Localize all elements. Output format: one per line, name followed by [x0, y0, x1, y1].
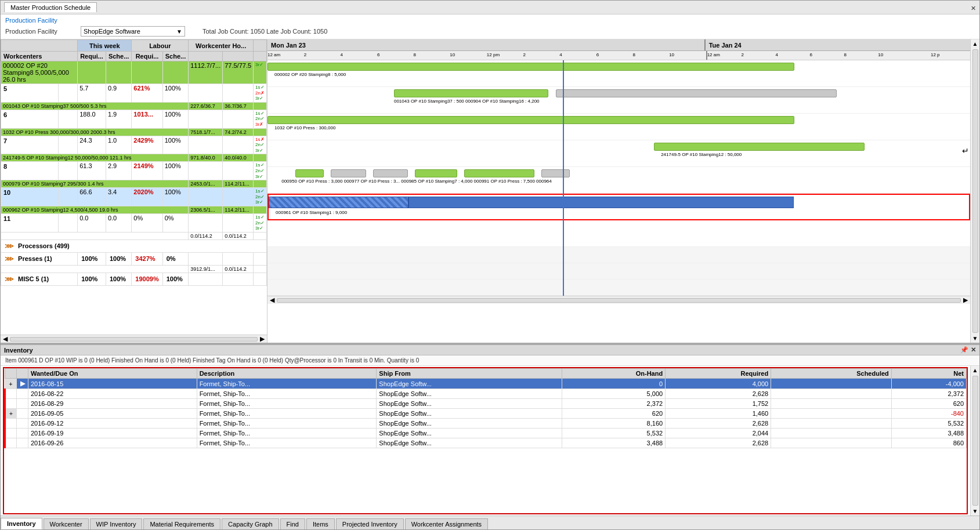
gantt-bar[interactable]: [464, 169, 534, 177]
gantt-bar[interactable]: [267, 63, 794, 71]
table-row[interactable]: 8 61.3 2.9 2149% 100% 1s✓ 2n✓: [1, 162, 267, 180]
gantt-bar[interactable]: [654, 143, 865, 151]
gantt-bar[interactable]: [394, 89, 548, 97]
inv-expand-cell[interactable]: [5, 419, 17, 429]
gantt-bar[interactable]: [541, 169, 569, 177]
inv-row[interactable]: 2016-08-22 Formet, Ship-To... ShopEdge S…: [5, 389, 967, 399]
wc-cell: [254, 154, 267, 162]
close-button[interactable]: ✕: [971, 3, 976, 12]
group-label-text: Processors (499): [18, 242, 70, 249]
tab-workcenter[interactable]: Workcenter: [44, 518, 89, 529]
inv-row[interactable]: 2016-09-26 Formet, Ship-To... ShopEdge S…: [5, 438, 967, 448]
wc-cell: [254, 232, 267, 239]
hscroll-track[interactable]: [277, 298, 961, 303]
inv-vscroll-track[interactable]: [972, 376, 978, 506]
inv-arrow-cell: [17, 399, 28, 409]
th-scheduled: Scheduled: [771, 369, 892, 379]
inv-row[interactable]: 2016-08-29 Formet, Ship-To... ShopEdge S…: [5, 399, 967, 409]
inv-expand-cell[interactable]: [5, 429, 17, 438]
scroll-right-icon[interactable]: ▶: [961, 296, 970, 304]
table-row[interactable]: 10 66.6 3.4 2020% 100% 1s✓ 2n✓: [1, 188, 267, 206]
wc-cell: [254, 265, 267, 273]
wc-cell: 971.8/40.0: [189, 154, 223, 162]
tab-material-requirements[interactable]: Material Requirements: [143, 518, 220, 529]
wc-sche: 0.0: [106, 213, 131, 232]
tab-inventory[interactable]: Inventory: [1, 518, 42, 529]
inv-expand-cell[interactable]: +: [5, 379, 17, 389]
inv-net: -4,000: [891, 379, 966, 389]
inv-net: 5,532: [891, 419, 966, 429]
inv-vscroll[interactable]: ▲ ▼: [970, 366, 979, 516]
hscroll-track[interactable]: [10, 337, 258, 342]
inv-expand-cell[interactable]: [5, 389, 17, 399]
th-expand: [5, 369, 17, 379]
scroll-left-icon[interactable]: ◀: [1, 335, 10, 343]
scroll-left-icon[interactable]: ◀: [267, 296, 277, 304]
table-row[interactable]: 7 24.3 1.0 2429% 100% 1s✗ 2n✓: [1, 136, 267, 154]
th-this-week: This week: [78, 40, 132, 52]
gantt-bar-striped[interactable]: [269, 197, 408, 208]
scroll-right-icon[interactable]: ▶: [258, 335, 267, 343]
gantt-bar[interactable]: [267, 116, 794, 124]
inv-on-hand: 8,160: [562, 419, 666, 429]
tab-workcenter-assignments[interactable]: Workcenter Assignments: [405, 518, 488, 529]
tab-projected-inventory[interactable]: Projected Inventory: [336, 518, 404, 529]
inv-expand-cell[interactable]: +: [5, 409, 17, 419]
th-required: Required: [666, 369, 771, 379]
th-wc-ho: Workcenter Ho...: [189, 40, 254, 52]
inv-net: 2,372: [891, 389, 966, 399]
hour-label: 2: [304, 52, 306, 57]
inv-arrow-cell: [17, 438, 28, 448]
hour-label: 12 am: [267, 52, 280, 57]
gantt-bar[interactable]: [556, 89, 837, 97]
gantt-bar[interactable]: [373, 169, 408, 177]
main-content: This week Labour Workcenter Ho... Workce…: [1, 39, 979, 529]
production-facility-link[interactable]: Production Facility: [5, 17, 57, 24]
gantt-hscroll[interactable]: ◀ ▶: [267, 296, 970, 304]
table-row[interactable]: 5 5.7 0.9 621% 100% 1s✓ 2n✗: [1, 84, 267, 103]
wc-cell: [254, 273, 267, 285]
gantt-bar[interactable]: [331, 169, 366, 177]
close-icon[interactable]: ✕: [971, 346, 976, 354]
scroll-down-icon[interactable]: ▼: [971, 334, 979, 343]
scroll-up-icon[interactable]: ▲: [971, 39, 979, 48]
tab-items[interactable]: Items: [306, 518, 335, 529]
tab-find[interactable]: Find: [280, 518, 305, 529]
inv-row[interactable]: + 2016-09-05 Formet, Ship-To... ShopEdge…: [5, 409, 967, 419]
tab-wip-inventory[interactable]: WIP Inventory: [90, 518, 143, 529]
wc-sche2: 0%: [162, 252, 188, 265]
inv-arrow-cell: [17, 389, 28, 399]
group-row-processors[interactable]: ⋙ Processors (499): [1, 239, 267, 252]
group-row-misc[interactable]: ⋙ MISC 5 (1) 100% 100% 19009% 100%: [1, 273, 267, 285]
inv-scroll-down-icon[interactable]: ▼: [971, 507, 979, 516]
group-row-presses[interactable]: ⋙ Presses (1) 100% 100% 3427% 0%: [1, 252, 267, 265]
wc-cell: 77.5/77.5: [223, 61, 254, 84]
inv-required: 2,628: [666, 419, 771, 429]
gantt-bar[interactable]: [295, 169, 323, 177]
inv-expand-cell[interactable]: [5, 399, 17, 409]
vscroll-track[interactable]: [972, 49, 978, 333]
inv-scroll-up-icon[interactable]: ▲: [971, 366, 979, 375]
inv-row-selected[interactable]: + ▶ 2016-08-15 Formet, Ship-To... ShopEd…: [5, 379, 967, 389]
inv-row[interactable]: 2016-09-19 Formet, Ship-To... ShopEdge S…: [5, 429, 967, 438]
wc-sche: 100%: [106, 252, 131, 265]
wc-cell: [78, 61, 106, 84]
hour-label: 12 pm: [487, 52, 500, 57]
inv-row[interactable]: 2016-09-12 Formet, Ship-To... ShopEdge S…: [5, 419, 967, 429]
bar-label: 241749-5 OP #10 Stamping12 : 50,000: [661, 152, 742, 157]
gantt-bar-blue[interactable]: [408, 197, 794, 208]
inv-expand-cell[interactable]: [5, 438, 17, 448]
table-row[interactable]: 11 0.0 0.0 0% 0% 1s✓ 2n✓: [1, 213, 267, 232]
gantt-bar[interactable]: [415, 169, 457, 177]
table-row[interactable]: 000002 OP #20 Stamping8 5,000/5,000 26.0…: [1, 61, 267, 84]
wc-cell: [59, 162, 78, 180]
vertical-scrollbar[interactable]: ▲ ▼: [970, 39, 979, 343]
table-row[interactable]: 6 188.0 1.9 1013... 100% 1s✓ 2n✓: [1, 110, 267, 128]
wc-cell: [223, 213, 254, 232]
tab-capacity-graph[interactable]: Capacity Graph: [222, 518, 279, 529]
inv-scheduled: [771, 399, 892, 409]
title-bar: Master Production Schedule ✕: [1, 1, 979, 14]
pin-icon[interactable]: 📌: [960, 346, 968, 354]
left-panel-hscroll[interactable]: ◀ ▶: [1, 335, 267, 343]
facility-select-wrapper[interactable]: ShopEdge Software ▼: [81, 26, 185, 37]
